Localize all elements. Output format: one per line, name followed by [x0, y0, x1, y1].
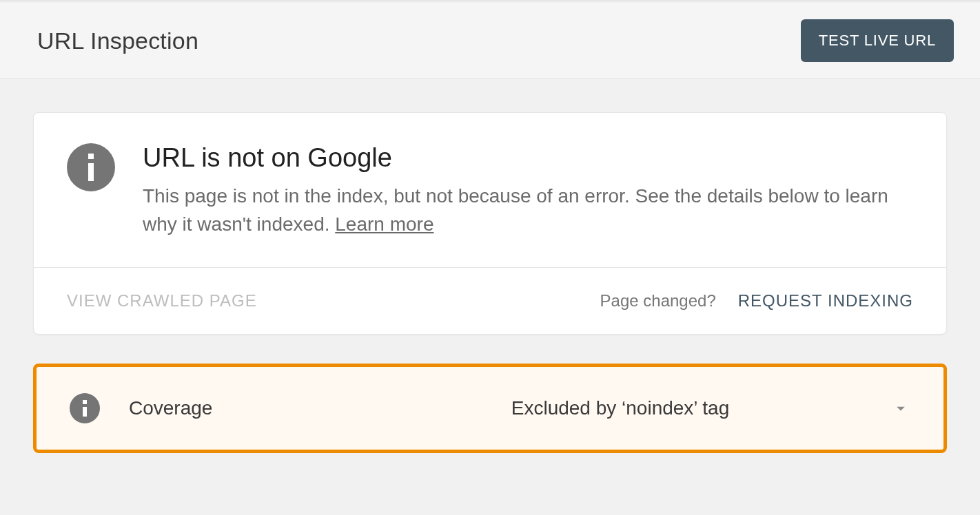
page-changed-label: Page changed?: [600, 291, 716, 311]
header-bar: URL Inspection TEST LIVE URL: [0, 3, 980, 79]
request-indexing-button[interactable]: REQUEST INDEXING: [738, 291, 913, 311]
coverage-value: Excluded by ‘noindex’ tag: [378, 397, 862, 419]
status-card: URL is not on Google This page is not in…: [33, 112, 947, 335]
info-icon: [67, 143, 115, 191]
info-icon: [70, 393, 100, 423]
svg-rect-3: [83, 407, 87, 417]
coverage-label: Coverage: [129, 397, 349, 419]
view-crawled-page-button: VIEW CRAWLED PAGE: [67, 291, 257, 311]
svg-rect-2: [83, 400, 87, 404]
svg-rect-0: [88, 154, 94, 159]
coverage-row[interactable]: Coverage Excluded by ‘noindex’ tag: [33, 364, 947, 453]
page-title: URL Inspection: [37, 28, 198, 54]
status-heading: URL is not on Google: [143, 143, 913, 173]
status-description: This page is not in the index, but not b…: [143, 182, 913, 238]
chevron-down-icon: [891, 399, 910, 418]
learn-more-link[interactable]: Learn more: [335, 213, 433, 235]
svg-rect-1: [88, 163, 94, 181]
test-live-url-button[interactable]: TEST LIVE URL: [801, 19, 954, 62]
